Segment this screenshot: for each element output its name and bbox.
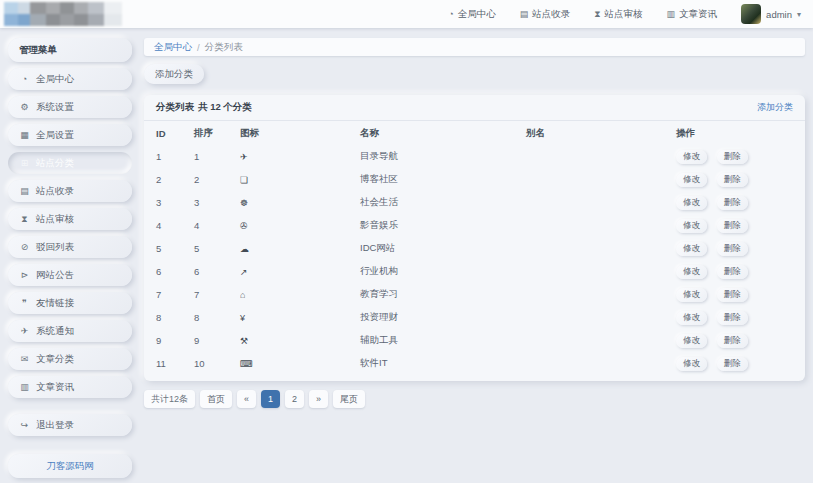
chart-line-icon: ↗ [240, 267, 248, 277]
navbar-item-label: 全局中心 [458, 8, 496, 21]
edit-button[interactable]: 修改 [676, 173, 707, 187]
cell-icon: ⌂ [240, 283, 360, 306]
pagination-last[interactable]: 尾页 [333, 390, 365, 408]
sidebar-item-label: 站点审核 [36, 213, 74, 226]
cell-sort: 1 [194, 145, 240, 168]
ban-icon: ⊘ [19, 242, 30, 252]
table-row: 1 1 ✈ 目录导航 修改 删除 [156, 145, 793, 168]
navbar-item[interactable]: ⧗ 站点审核 [594, 8, 642, 21]
site-logo[interactable] [4, 2, 122, 26]
toolbar: 添加分类 [144, 64, 805, 84]
add-category-link[interactable]: 添加分类 [757, 101, 793, 114]
cell-actions: 修改 删除 [676, 329, 793, 352]
cell-alias [526, 306, 676, 329]
pagination-next[interactable]: » [309, 390, 328, 408]
cell-actions: 修改 删除 [676, 168, 793, 191]
sidebar-item[interactable]: ▤ 站点收录 [8, 180, 132, 202]
sidebar-footer-link[interactable]: 刀客源码网 [8, 454, 132, 478]
breadcrumb-separator: / [197, 42, 200, 53]
image-icon: ▦ [19, 130, 30, 140]
delete-button[interactable]: 删除 [717, 288, 748, 302]
cell-sort: 8 [194, 306, 240, 329]
sidebar-item[interactable]: ⊳ 网站公告 [8, 264, 132, 286]
user-menu[interactable]: admin ▾ [741, 4, 801, 24]
delete-button[interactable]: 删除 [717, 196, 748, 210]
pagination-total: 共计12条 [144, 390, 195, 408]
sidebar-item[interactable]: ✈ 系统通知 [8, 320, 132, 342]
cell-sort: 3 [194, 191, 240, 214]
sidebar-item[interactable]: ✉ 文章分类 [8, 348, 132, 370]
cell-id: 1 [156, 145, 194, 168]
edit-button[interactable]: 修改 [676, 265, 707, 279]
page-number[interactable]: 1 [261, 390, 280, 408]
cell-sort: 9 [194, 329, 240, 352]
pagination-prev[interactable]: « [237, 390, 256, 408]
add-category-button[interactable]: 添加分类 [144, 64, 204, 84]
cell-alias [526, 352, 676, 375]
dashboard-icon: ◔ [448, 9, 453, 19]
edit-button[interactable]: 修改 [676, 288, 707, 302]
navbar-item[interactable]: ◔ 全局中心 [448, 8, 495, 21]
edit-button[interactable]: 修改 [676, 334, 707, 348]
delete-button[interactable]: 删除 [717, 265, 748, 279]
sidebar-item[interactable]: ▥ 文章资讯 [8, 376, 132, 398]
cell-icon: ✇ [240, 214, 360, 237]
cell-actions: 修改 删除 [676, 283, 793, 306]
edit-button[interactable]: 修改 [676, 219, 707, 233]
sidebar-item[interactable]: ◔ 全局中心 [8, 68, 132, 90]
logo-pixels-bottom [4, 14, 122, 26]
main-content: 全局中心 / 分类列表 添加分类 分类列表 共 12 个分类 添加分类 [144, 38, 805, 408]
edit-button[interactable]: 修改 [676, 196, 707, 210]
cell-icon: ☁ [240, 237, 360, 260]
sign-out-icon: ↪ [19, 420, 30, 430]
sidebar-item-label: 友情链接 [36, 297, 74, 310]
delete-button[interactable]: 删除 [717, 357, 748, 371]
cell-sort: 5 [194, 237, 240, 260]
navbar-menu: ◔ 全局中心 ▤ 站点收录 ⧗ 站点审核 ▥ 文章资讯 [448, 8, 717, 21]
hourglass-icon: ⧗ [594, 9, 600, 20]
category-count: 共 12 个分类 [198, 101, 252, 114]
logout-label: 退出登录 [36, 419, 74, 432]
sidebar-item[interactable]: ⚙ 系统设置 [8, 96, 132, 118]
sidebar-item[interactable]: ⊞ 站点分类 [8, 152, 132, 174]
table-row: 9 9 ⚒ 辅助工具 修改 删除 [156, 329, 793, 352]
logout-button[interactable]: ↪ 退出登录 [8, 414, 132, 436]
sidebar-item[interactable]: ⧗ 站点审核 [8, 208, 132, 230]
navbar-item[interactable]: ▥ 文章资讯 [667, 8, 718, 21]
sidebar-item-label: 站点分类 [36, 157, 74, 170]
sidebar-item-label: 驳回列表 [36, 241, 74, 254]
sidebar-item-label: 文章分类 [36, 353, 74, 366]
pagination-first[interactable]: 首页 [200, 390, 232, 408]
sidebar-item-label: 全局设置 [36, 129, 74, 142]
edit-button[interactable]: 修改 [676, 357, 707, 371]
sidebar-item[interactable]: ▦ 全局设置 [8, 124, 132, 146]
cell-alias [526, 145, 676, 168]
file-icon: ❏ [240, 175, 248, 185]
breadcrumb-root-link[interactable]: 全局中心 [154, 41, 192, 54]
cell-id: 5 [156, 237, 194, 260]
cell-name: 影音娱乐 [360, 214, 526, 237]
delete-button[interactable]: 删除 [717, 219, 748, 233]
delete-button[interactable]: 删除 [717, 173, 748, 187]
edit-button[interactable]: 修改 [676, 242, 707, 256]
cell-actions: 修改 删除 [676, 191, 793, 214]
cell-alias [526, 329, 676, 352]
sidebar-item[interactable]: ❞ 友情链接 [8, 292, 132, 314]
page-number[interactable]: 2 [285, 390, 304, 408]
delete-button[interactable]: 删除 [717, 150, 748, 164]
sidebar-item[interactable]: ⊘ 驳回列表 [8, 236, 132, 258]
navbar-item[interactable]: ▤ 站点收录 [520, 8, 571, 21]
delete-button[interactable]: 删除 [717, 311, 748, 325]
delete-button[interactable]: 删除 [717, 334, 748, 348]
edit-button[interactable]: 修改 [676, 150, 707, 164]
cell-id: 7 [156, 283, 194, 306]
cloud-icon: ☁ [240, 244, 249, 254]
edit-button[interactable]: 修改 [676, 311, 707, 325]
delete-button[interactable]: 删除 [717, 242, 748, 256]
cell-sort: 6 [194, 260, 240, 283]
table-row: 7 7 ⌂ 教育学习 修改 删除 [156, 283, 793, 306]
top-navbar: ◔ 全局中心 ▤ 站点收录 ⧗ 站点审核 ▥ 文章资讯 admin ▾ [0, 0, 813, 28]
paper-plane-icon: ✈ [240, 152, 248, 162]
cell-alias [526, 260, 676, 283]
video-icon: ✇ [240, 221, 248, 231]
